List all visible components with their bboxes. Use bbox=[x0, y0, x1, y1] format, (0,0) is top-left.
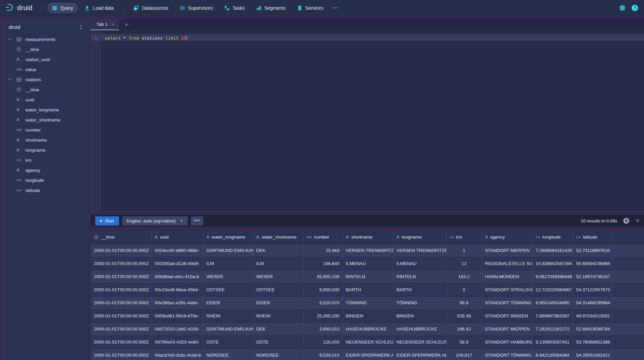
cell[interactable]: WESER bbox=[253, 270, 303, 283]
cell[interactable]: 54.37122057673 bbox=[573, 283, 612, 296]
cell[interactable]: STANDORT TÖNNING bbox=[482, 296, 532, 309]
cell[interactable]: 00e386ac-e35c-4a6e- bbox=[152, 296, 203, 309]
cell[interactable]: NORDSEE bbox=[203, 349, 253, 360]
cell[interactable]: STANDORT MEPPEN bbox=[482, 244, 532, 257]
cell[interactable]: OSTE bbox=[203, 336, 253, 349]
cell[interactable]: NEUENSEER SCHLEUSE bbox=[393, 336, 446, 349]
cell[interactable]: ILMENAU bbox=[343, 257, 393, 270]
cell[interactable]: 10.928842587394 bbox=[532, 257, 573, 270]
column-value[interactable]: 123value bbox=[3, 64, 88, 74]
cell[interactable]: STANDORT MEPPEN bbox=[482, 322, 532, 336]
cell[interactable]: BARTH bbox=[343, 283, 393, 296]
cell[interactable]: 25,463 bbox=[303, 244, 343, 257]
download-icon[interactable] bbox=[623, 217, 630, 224]
column-km[interactable]: 1.0km bbox=[3, 155, 88, 165]
new-tab-button[interactable]: + bbox=[119, 19, 134, 30]
druid-logo[interactable]: druid bbox=[5, 3, 33, 13]
engine-select[interactable]: Engine: auto (sql-native) ▼ bbox=[122, 216, 188, 225]
cell[interactable]: 2000-01-01T00:00:00.000Z bbox=[91, 309, 152, 322]
cell[interactable]: OSTE bbox=[253, 336, 303, 349]
cell[interactable]: 9.130903597451 bbox=[532, 336, 573, 349]
cell[interactable]: 12.723220564867 bbox=[532, 283, 573, 296]
cell[interactable]: 8.842130064364 bbox=[532, 349, 573, 360]
cell[interactable]: ILM bbox=[253, 257, 303, 270]
cell[interactable]: STANDORT HAMBURG bbox=[482, 336, 532, 349]
cell[interactable]: 99.8 bbox=[446, 296, 482, 309]
cell[interactable]: WESER bbox=[203, 270, 253, 283]
cell[interactable]: 54.31468299984 bbox=[573, 296, 612, 309]
nav-item-services[interactable]: Services bbox=[292, 3, 328, 13]
chevron-down-icon[interactable] bbox=[8, 78, 16, 82]
settings-gear-icon[interactable] bbox=[619, 5, 626, 11]
cell[interactable]: 52.18974748167 bbox=[573, 270, 612, 283]
column-uuid[interactable]: Auuid bbox=[3, 95, 88, 105]
chevron-down-icon[interactable] bbox=[8, 37, 16, 41]
column-agency[interactable]: Aagency bbox=[3, 165, 88, 175]
column-header-km[interactable]: 1.0km bbox=[446, 230, 482, 244]
cell[interactable]: EIDER-SPERRWERK AP bbox=[343, 349, 393, 360]
cell[interactable]: 9.0817049396446 bbox=[532, 270, 573, 283]
nav-item-supervisors[interactable]: Supervisors bbox=[175, 3, 218, 13]
cell[interactable]: 7.899667963397 bbox=[532, 309, 573, 322]
query-more-button[interactable]: ••• bbox=[191, 216, 203, 225]
cell[interactable]: 2000-01-01T00:00:00.000Z bbox=[91, 296, 152, 309]
cell[interactable]: 52.69419099784 bbox=[573, 322, 612, 336]
column-water_shortname[interactable]: Awater_shortname bbox=[3, 115, 88, 125]
cell[interactable]: 45,900,109 bbox=[303, 270, 343, 283]
cell[interactable]: 8.950149034965 bbox=[532, 296, 573, 309]
cell[interactable]: EIDER bbox=[253, 296, 303, 309]
nav-item-segments[interactable]: Segments bbox=[251, 3, 290, 13]
cell[interactable]: ILMENAU bbox=[393, 257, 446, 270]
run-button[interactable]: ▶ Run bbox=[95, 216, 119, 225]
cell[interactable]: STANDORT TÖNNING bbox=[482, 349, 532, 360]
cell[interactable]: EIDER-SPERRWERK AP bbox=[393, 349, 446, 360]
cell[interactable]: REGIONALSTELLE SUHL bbox=[482, 257, 532, 270]
cell[interactable]: 109.617 bbox=[446, 349, 482, 360]
cell[interactable]: 04572010-1db2-4338- bbox=[152, 322, 203, 336]
cell[interactable]: 12 bbox=[446, 257, 482, 270]
cell[interactable]: 53.78068651386 bbox=[573, 336, 612, 349]
cell[interactable]: EIDER bbox=[203, 296, 253, 309]
cell[interactable]: 9,530,010 bbox=[303, 349, 343, 360]
close-results-icon[interactable]: ✕ bbox=[635, 218, 640, 224]
cell[interactable]: 0 bbox=[446, 283, 482, 296]
cell[interactable]: DEK bbox=[253, 322, 303, 336]
column-shortname[interactable]: Ashortname bbox=[3, 135, 88, 145]
column-header-longitude[interactable]: 1.0longitude bbox=[532, 230, 573, 244]
cell[interactable]: 00c33ed9-6bea-45b4- bbox=[152, 283, 203, 296]
cell[interactable]: BINGEN bbox=[393, 309, 446, 322]
table-measurements[interactable]: measurements bbox=[3, 34, 88, 44]
help-icon[interactable]: ? bbox=[632, 5, 638, 11]
cell[interactable]: 166.42 bbox=[446, 322, 482, 336]
column-header-water_shortname[interactable]: Awater_shortname bbox=[253, 230, 303, 244]
cell[interactable]: 50.68094236869 bbox=[573, 257, 612, 270]
column-header-number[interactable]: 123number bbox=[303, 230, 343, 244]
column-header-water_longname[interactable]: Awater_longname bbox=[203, 230, 253, 244]
cell[interactable]: 54.26592362421 bbox=[573, 349, 612, 360]
column-header-shortname[interactable]: Ashortname bbox=[343, 230, 393, 244]
cell[interactable]: NEUENSEER SCHLEUSE bbox=[343, 336, 393, 349]
cell[interactable]: 9,650,030 bbox=[303, 283, 343, 296]
cell[interactable]: 9,520,070 bbox=[303, 296, 343, 309]
cell[interactable]: BINGEN bbox=[343, 309, 393, 322]
cell[interactable]: OSTSEE bbox=[253, 283, 303, 296]
column-number[interactable]: 123number bbox=[3, 125, 88, 135]
cell[interactable]: RINTELN bbox=[343, 270, 393, 283]
nav-item-query[interactable]: Query bbox=[47, 3, 78, 13]
cell[interactable]: 2000-01-01T00:00:00.000Z bbox=[91, 244, 152, 257]
cell[interactable]: 25,300,200 bbox=[303, 309, 343, 322]
sort-columns-icon[interactable] bbox=[79, 25, 83, 30]
cell[interactable]: 528.36 bbox=[446, 309, 482, 322]
cell[interactable]: VERSEN TRENNSPITZE bbox=[393, 244, 446, 257]
column-latitude[interactable]: 1.0latitude bbox=[3, 185, 88, 195]
cell[interactable]: NORDSEE bbox=[253, 349, 303, 360]
cell[interactable]: 2000-01-01T00:00:00.000Z bbox=[91, 349, 152, 360]
cell[interactable]: DORTMUND-EMS-KANAL bbox=[203, 322, 253, 336]
cell[interactable]: 7.292912281272 bbox=[532, 322, 573, 336]
nav-item-datasources[interactable]: Datasources bbox=[129, 3, 173, 13]
tab-1[interactable]: Tab 1 ✕ bbox=[91, 19, 119, 30]
column-header-longname[interactable]: Alongname bbox=[393, 230, 446, 244]
column-header-latitude[interactable]: 1.0latitude bbox=[573, 230, 612, 244]
cell[interactable]: 126,003 bbox=[303, 336, 343, 349]
nav-more-button[interactable]: ••• bbox=[329, 5, 342, 10]
